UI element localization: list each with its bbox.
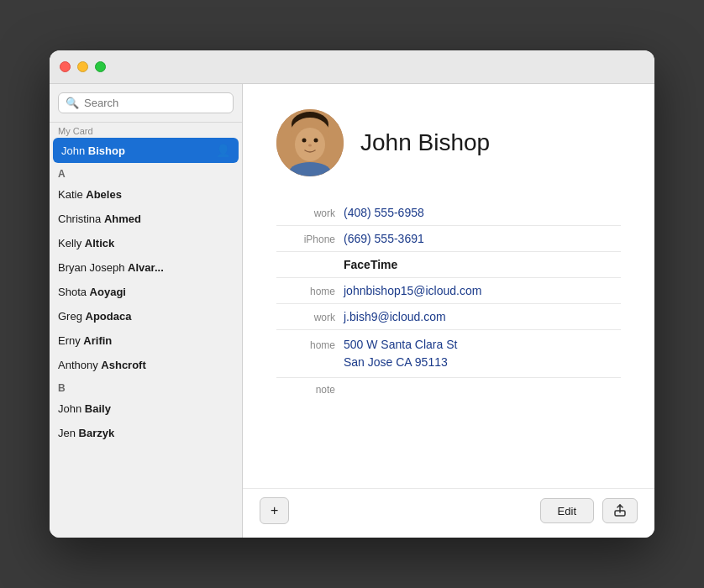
detail-pane: John Bishop work (408) 555-6958 iPhone (… (243, 84, 654, 538)
contact-name: Katie Abeles (58, 188, 122, 201)
contact-name: Jen Barzyk (58, 427, 114, 439)
field-label: note (276, 384, 335, 396)
field-home-email: home johnbishop15@icloud.com (276, 278, 621, 304)
contact-name: Shota Aoyagi (58, 286, 126, 298)
avatar (276, 109, 344, 176)
contact-name: John Baily (58, 402, 111, 415)
field-value[interactable]: j.bish9@icloud.com (344, 310, 621, 323)
list-item[interactable]: Bryan Joseph Alvar... (50, 255, 242, 280)
contact-name: Anthony Ashcroft (58, 359, 146, 371)
my-card-item[interactable]: John Bishop 👤 (53, 138, 239, 163)
svg-point-5 (314, 139, 318, 143)
avatar-image (276, 109, 344, 176)
share-icon (613, 504, 627, 517)
search-input[interactable] (84, 97, 226, 109)
info-fields: work (408) 555-6958 iPhone (669) 555-369… (276, 200, 621, 402)
field-home-address: home 500 W Santa Clara StSan Jose CA 951… (276, 330, 621, 378)
close-button[interactable] (60, 61, 71, 72)
search-wrapper[interactable]: 🔍 (58, 92, 234, 113)
minimize-button[interactable] (77, 61, 88, 72)
list-item[interactable]: Anthony Ashcroft (50, 353, 242, 377)
search-bar: 🔍 (50, 84, 242, 123)
list-item[interactable]: Katie Abeles (50, 182, 242, 207)
field-label: iPhone (276, 234, 335, 245)
share-button[interactable] (602, 498, 638, 523)
contact-name: Kelly Altick (58, 237, 114, 249)
list-item[interactable]: Greg Apodaca (50, 304, 242, 328)
svg-point-6 (308, 144, 312, 147)
contact-name-heading: John Bishop (360, 129, 490, 156)
field-label: work (276, 207, 335, 219)
detail-footer: + Edit (243, 488, 654, 538)
contact-name: Erny Arifin (58, 334, 112, 347)
facetime-value[interactable]: FaceTime (344, 258, 621, 271)
field-label: home (276, 339, 335, 351)
list-item[interactable]: Kelly Altick (50, 231, 242, 255)
field-value[interactable]: (408) 555-6958 (344, 206, 621, 219)
main-content: 🔍 My Card John Bishop 👤 A Katie Abeles C… (50, 84, 654, 538)
list-item[interactable]: Erny Arifin (50, 328, 242, 353)
field-note: note (276, 378, 621, 402)
my-card-label: My Card (50, 123, 242, 138)
field-iphone: iPhone (669) 555-3691 (276, 226, 621, 252)
sidebar: 🔍 My Card John Bishop 👤 A Katie Abeles C… (50, 84, 243, 538)
list-item[interactable]: Jen Barzyk (50, 421, 242, 445)
maximize-button[interactable] (95, 61, 106, 72)
list-item[interactable]: Christina Ahmed (50, 207, 242, 231)
list-item[interactable]: John Baily (50, 396, 242, 421)
field-label: home (276, 286, 335, 297)
contact-name: Bryan Joseph Alvar... (58, 261, 164, 274)
field-label: work (276, 312, 335, 323)
field-work-email: work j.bish9@icloud.com (276, 304, 621, 330)
field-value[interactable]: johnbishop15@icloud.com (344, 284, 621, 297)
contacts-window: 🔍 My Card John Bishop 👤 A Katie Abeles C… (50, 50, 654, 538)
contact-name: Christina Ahmed (58, 213, 141, 225)
field-work-phone: work (408) 555-6958 (276, 200, 621, 226)
detail-content: John Bishop work (408) 555-6958 iPhone (… (243, 84, 654, 488)
list-item[interactable]: Shota Aoyagi (50, 280, 242, 304)
section-header-a: A (50, 163, 242, 182)
footer-left: + (260, 497, 289, 524)
svg-point-4 (302, 139, 307, 143)
footer-right: Edit (540, 498, 638, 523)
my-card-name: John Bishop (61, 144, 125, 157)
person-icon: 👤 (216, 144, 230, 157)
avatar-svg (276, 109, 344, 176)
add-contact-button[interactable]: + (260, 497, 289, 524)
titlebar (50, 50, 654, 84)
edit-button[interactable]: Edit (540, 498, 594, 523)
contact-header: John Bishop (276, 109, 621, 176)
contact-name: Greg Apodaca (58, 310, 131, 323)
section-header-b: B (50, 377, 242, 396)
field-facetime: FaceTime (276, 252, 621, 278)
field-value[interactable]: (669) 555-3691 (344, 232, 621, 245)
my-card-name-bold: Bishop (88, 144, 125, 157)
search-icon: 🔍 (66, 97, 79, 109)
field-value[interactable]: 500 W Santa Clara StSan Jose CA 95113 (344, 336, 621, 371)
traffic-lights (60, 61, 106, 72)
